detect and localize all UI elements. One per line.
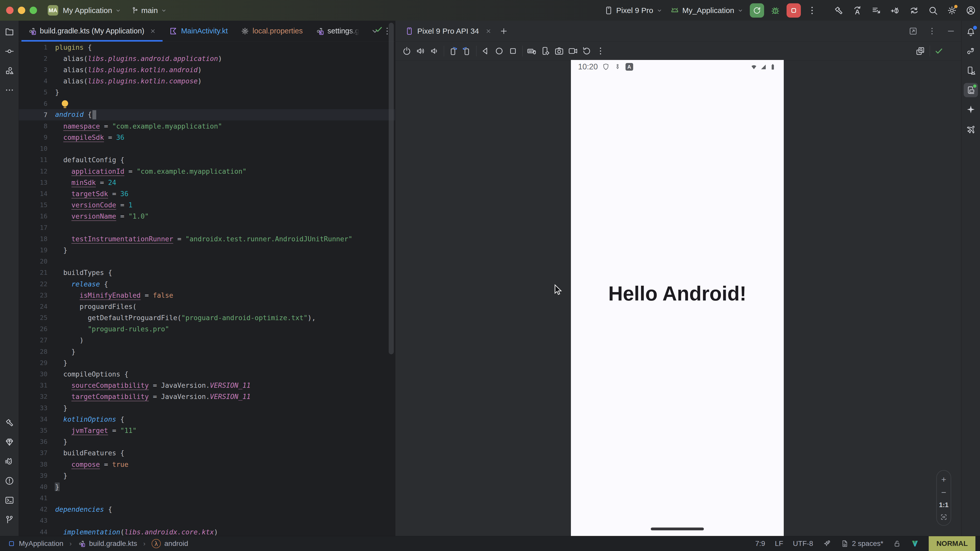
- ai-assistant-disabled-icon[interactable]: [823, 540, 831, 548]
- line-ending-widget[interactable]: LF: [775, 540, 783, 548]
- overview-icon[interactable]: [508, 46, 518, 56]
- attach-debugger-icon[interactable]: [890, 5, 900, 16]
- indent-widget[interactable]: 2 spaces*: [841, 540, 883, 548]
- minimize-window-button[interactable]: [18, 6, 25, 14]
- power-icon[interactable]: [402, 46, 412, 56]
- running-device-tab[interactable]: Pixel 9 Pro API 34: [405, 27, 492, 35]
- kotlin-icon: [169, 27, 178, 35]
- commit-tool-button[interactable]: [2, 44, 17, 59]
- breadcrumb-element[interactable]: android: [164, 540, 188, 548]
- breadcrumb[interactable]: MyApplication › build.gradle.kts › λ and…: [8, 539, 188, 548]
- device-selector[interactable]: Pixel 9 Pro: [604, 6, 662, 15]
- project-selector[interactable]: My Application: [63, 6, 121, 15]
- build-hammer-tool-button[interactable]: [2, 416, 17, 430]
- line-number: 31: [19, 382, 55, 389]
- stop-button[interactable]: [787, 3, 801, 17]
- editor-tab[interactable]: build.gradle.kts (My Application): [21, 21, 162, 41]
- profiler-icon[interactable]: [871, 5, 881, 16]
- unlocked-icon[interactable]: [893, 540, 901, 548]
- resource-manager-tool-button[interactable]: [2, 64, 17, 78]
- more-run-actions-button[interactable]: [807, 5, 817, 16]
- maximize-window-button[interactable]: [30, 6, 37, 14]
- logcat-tool-button[interactable]: [2, 454, 17, 468]
- fit-screen-icon[interactable]: [940, 513, 948, 521]
- apply-changes-icon[interactable]: [853, 5, 862, 16]
- line-number: 34: [19, 416, 55, 423]
- add-device-button[interactable]: [500, 27, 508, 35]
- gesture-navigation-handle[interactable]: [651, 527, 704, 530]
- account-icon[interactable]: [966, 5, 976, 16]
- screen-record-icon[interactable]: [568, 46, 578, 56]
- code-line: 23 isMinifyEnabled = false: [19, 289, 395, 301]
- app-quality-insights-tool-button[interactable]: [2, 435, 17, 449]
- debug-button[interactable]: [770, 5, 780, 16]
- code-line: 11 defaultConfig {: [19, 154, 395, 165]
- code-line: 32 targetCompatibility = JavaVersion.VER…: [19, 391, 395, 402]
- device-status-bar: 10:20 A: [571, 60, 784, 74]
- line-number: 7: [19, 111, 55, 119]
- vim-plugin-icon[interactable]: [911, 540, 919, 548]
- gradle-tool-button[interactable]: [964, 44, 978, 59]
- build-hammer-icon[interactable]: [834, 5, 844, 16]
- device-settings-icon[interactable]: [541, 46, 550, 56]
- volume-down-icon[interactable]: [430, 46, 439, 56]
- device-manager-tool-button[interactable]: [964, 64, 978, 78]
- device-screen[interactable]: 10:20 A Hello Android!: [571, 60, 784, 536]
- code-editor[interactable]: 1plugins {2 alias(libs.plugins.android.a…: [19, 41, 395, 536]
- hide-icon[interactable]: [946, 27, 956, 36]
- rotate-left-icon[interactable]: [448, 46, 458, 56]
- project-folder-tool-button[interactable]: [2, 25, 17, 39]
- run-configuration-name: My_Application: [682, 6, 734, 15]
- line-number: 26: [19, 325, 55, 333]
- volume-up-icon[interactable]: [416, 46, 425, 56]
- rotate-right-icon[interactable]: [462, 46, 472, 56]
- more-vertical-icon[interactable]: [928, 27, 937, 36]
- screenshot-icon[interactable]: [554, 46, 564, 56]
- run-configuration-selector[interactable]: My_Application: [670, 6, 744, 15]
- zoom-out-button[interactable]: −: [941, 488, 946, 497]
- notifications-bell-tool-button[interactable]: [964, 25, 978, 39]
- zoom-in-button[interactable]: +: [941, 475, 946, 484]
- more-vertical-icon[interactable]: [596, 46, 605, 56]
- close-icon[interactable]: [150, 28, 156, 35]
- more-tool-windows-tool-button[interactable]: [2, 83, 17, 97]
- vim-mode-badge[interactable]: NORMAL: [929, 536, 975, 551]
- editor-scrollbar[interactable]: [389, 23, 394, 354]
- problems-tool-button[interactable]: [2, 474, 17, 488]
- search-icon[interactable]: [928, 5, 938, 16]
- back-icon[interactable]: [480, 46, 490, 56]
- airplane-tool-button[interactable]: [964, 122, 978, 136]
- gemini-tool-button[interactable]: [964, 102, 978, 117]
- snapshot-icon[interactable]: [582, 46, 592, 56]
- chevron-down-icon: [737, 7, 744, 14]
- vcs-branch-selector[interactable]: main: [130, 6, 167, 15]
- macos-window-controls: [6, 6, 37, 14]
- home-icon[interactable]: [494, 46, 504, 56]
- sync-gradle-icon[interactable]: [909, 5, 919, 16]
- breadcrumb-file[interactable]: build.gradle.kts: [89, 540, 137, 548]
- line-number: 18: [19, 235, 55, 243]
- open-in-new-window-icon[interactable]: [908, 27, 918, 36]
- encoding-widget[interactable]: UTF-8: [793, 540, 813, 548]
- breadcrumb-project[interactable]: MyApplication: [19, 540, 63, 548]
- code-line: 7android {: [19, 109, 395, 121]
- settings-icon[interactable]: [947, 5, 957, 16]
- running-devices-tool-button[interactable]: [964, 83, 978, 97]
- status-ok-icon[interactable]: [934, 46, 944, 56]
- editor-tab[interactable]: local.properties: [234, 21, 309, 41]
- close-icon[interactable]: [485, 28, 492, 35]
- run-button[interactable]: [750, 3, 764, 17]
- ui-check-icon[interactable]: [915, 46, 925, 56]
- version-control-tool-button[interactable]: [2, 513, 17, 527]
- caret-position-widget[interactable]: 7:9: [755, 540, 765, 548]
- terminal-tool-button[interactable]: [2, 493, 17, 507]
- close-window-button[interactable]: [6, 6, 14, 14]
- editor-tab[interactable]: settings.g: [309, 21, 366, 41]
- editor-tab[interactable]: MainActivity.kt: [162, 21, 234, 41]
- code-line: 28 }: [19, 346, 395, 357]
- inspections-ok-icon[interactable]: [374, 25, 383, 34]
- line-number: 11: [19, 156, 55, 164]
- hardware-input-icon[interactable]: [527, 46, 536, 56]
- zoom-actual-size-button[interactable]: 1:1: [939, 501, 948, 509]
- intention-bulb-icon[interactable]: [62, 100, 68, 106]
